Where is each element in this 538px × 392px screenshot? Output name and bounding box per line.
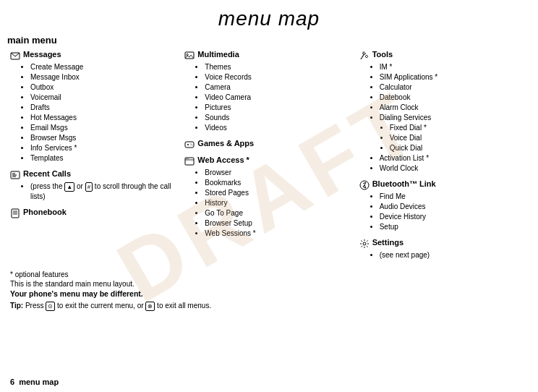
menu-group-games-apps: Games & Apps xyxy=(184,139,353,150)
tip-label: Tip: xyxy=(10,302,23,310)
menu-group-multimedia: Multimedia Themes Voice Records Camera V… xyxy=(184,50,353,133)
tools-icon xyxy=(359,51,370,61)
list-item: History xyxy=(205,198,353,208)
list-item: Setup xyxy=(380,222,528,232)
svg-line-21 xyxy=(363,185,364,187)
games-icon xyxy=(184,140,195,150)
menu-group-messages: Messages Create Message Message Inbox Ou… xyxy=(10,50,179,163)
multimedia-title: Multimedia xyxy=(197,50,239,59)
menu-group-recent-calls: Recent Calls (press the ▲ or # to scroll… xyxy=(10,169,179,202)
list-item: Info Services * xyxy=(30,143,179,153)
list-item: IM * xyxy=(380,62,528,72)
menu-group-bluetooth: Bluetooth™ Link Find Me Audio Devices De… xyxy=(359,179,528,232)
list-item: Device History xyxy=(380,212,528,222)
settings-icon xyxy=(359,239,370,249)
page-title: menu map xyxy=(0,0,538,35)
list-item: Camera xyxy=(205,82,353,93)
svg-point-18 xyxy=(187,158,187,159)
bluetooth-icon xyxy=(359,180,370,190)
list-item: Activation List * xyxy=(380,153,528,163)
list-item: Video Camera xyxy=(205,93,353,103)
bluetooth-title: Bluetooth™ Link xyxy=(372,179,436,188)
dialing-services-subitems: Fixed Dial * Voice Dial Quick Dial xyxy=(380,123,528,153)
svg-point-19 xyxy=(188,158,189,159)
menu-group-settings: Settings (see next page) xyxy=(359,238,528,260)
bluetooth-list: Find Me Audio Devices Device History Set… xyxy=(359,192,528,232)
menu-group-web-access: Web Access * Browser Bookmarks Stored Pa… xyxy=(184,155,353,239)
list-item: Web Sessions * xyxy=(205,229,353,239)
list-item: Calculator xyxy=(380,82,528,93)
bold-note: Your phone's menu may be different. xyxy=(10,289,528,298)
list-item: Outbox xyxy=(30,82,179,93)
phonebook-icon xyxy=(10,208,20,218)
list-item: Message Inbox xyxy=(30,72,179,82)
list-item: Browser Setup xyxy=(205,218,353,229)
column-3: Tools IM * SIM Applications * Calculator… xyxy=(356,50,531,266)
column-1: Messages Create Message Message Inbox Ou… xyxy=(7,50,182,266)
list-item: Templates xyxy=(30,153,179,163)
list-item: Create Message xyxy=(30,62,179,72)
list-item: Quick Dial xyxy=(390,143,528,153)
list-item: Email Msgs xyxy=(30,123,179,133)
list-item: Voicemail xyxy=(30,93,179,103)
list-item: Fixed Dial * xyxy=(390,123,528,133)
page-label: menu map xyxy=(19,378,59,386)
list-item: Datebook xyxy=(380,93,528,103)
tools-list: IM * SIM Applications * Calculator Dateb… xyxy=(359,62,528,174)
envelope-icon xyxy=(10,51,20,61)
phonebook-title: Phonebook xyxy=(23,208,67,216)
list-item: Videos xyxy=(205,123,353,133)
svg-rect-5 xyxy=(12,209,19,218)
exit-all-key: ⊗ xyxy=(145,302,155,311)
list-item: Sounds xyxy=(205,113,353,123)
column-2: Multimedia Themes Voice Records Camera V… xyxy=(182,50,356,266)
svg-point-14 xyxy=(191,143,192,144)
list-item: SIM Applications * xyxy=(380,72,528,82)
list-item: Hot Messages xyxy=(30,113,179,123)
list-item: Find Me xyxy=(380,192,528,202)
svg-point-10 xyxy=(187,54,188,55)
main-content: Messages Create Message Message Inbox Ou… xyxy=(0,50,538,266)
list-item: Bookmarks xyxy=(205,178,353,188)
multimedia-icon xyxy=(184,51,195,61)
list-item: Voice Records xyxy=(205,72,353,82)
key-down: # xyxy=(85,182,93,192)
web-icon xyxy=(184,156,195,166)
settings-list: (see next page) xyxy=(359,250,528,260)
section-header: main menu xyxy=(7,35,538,46)
svg-point-22 xyxy=(363,242,366,245)
tip-line: Tip: Press ⊙ to exit the current menu, o… xyxy=(10,301,528,311)
list-item: Pictures xyxy=(205,103,353,113)
list-item: Go To Page xyxy=(205,208,353,218)
page-number: 6 xyxy=(10,378,14,386)
messages-list: Create Message Message Inbox Outbox Voic… xyxy=(10,62,179,163)
menu-group-phonebook: Phonebook xyxy=(10,208,179,218)
optional-note: * optional features xyxy=(10,270,528,278)
list-item: Stored Pages xyxy=(205,188,353,198)
svg-point-15 xyxy=(192,145,192,145)
recent-calls-list: (press the ▲ or # to scroll through the … xyxy=(10,182,179,202)
footer-section: * optional features This is the standard… xyxy=(0,266,538,311)
list-item: Dialing Services Fixed Dial * Voice Dial… xyxy=(380,113,528,153)
list-item: (see next page) xyxy=(380,250,528,260)
standard-note: This is the standard main menu layout. xyxy=(10,280,528,288)
list-item: Audio Devices xyxy=(380,202,528,212)
svg-rect-11 xyxy=(185,142,194,148)
list-item: Browser xyxy=(205,168,353,178)
messages-title: Messages xyxy=(23,50,61,59)
web-access-list: Browser Bookmarks Stored Pages History G… xyxy=(184,168,353,239)
settings-title: Settings xyxy=(372,238,404,247)
web-access-title: Web Access * xyxy=(197,155,249,164)
list-item: Browser Msgs xyxy=(30,133,179,143)
list-item: Drafts xyxy=(30,103,179,113)
list-item: World Clock xyxy=(380,163,528,174)
exit-menu-key: ⊙ xyxy=(46,302,55,311)
menu-group-tools: Tools IM * SIM Applications * Calculator… xyxy=(359,50,528,174)
key-up: ▲ xyxy=(64,182,74,192)
multimedia-list: Themes Voice Records Camera Video Camera… xyxy=(184,62,353,133)
recent-calls-title: Recent Calls xyxy=(23,169,71,178)
list-item: Alarm Clock xyxy=(380,103,528,113)
recent-calls-icon xyxy=(10,170,20,180)
games-apps-title: Games & Apps xyxy=(197,139,254,148)
list-item: (press the ▲ or # to scroll through the … xyxy=(30,182,179,202)
